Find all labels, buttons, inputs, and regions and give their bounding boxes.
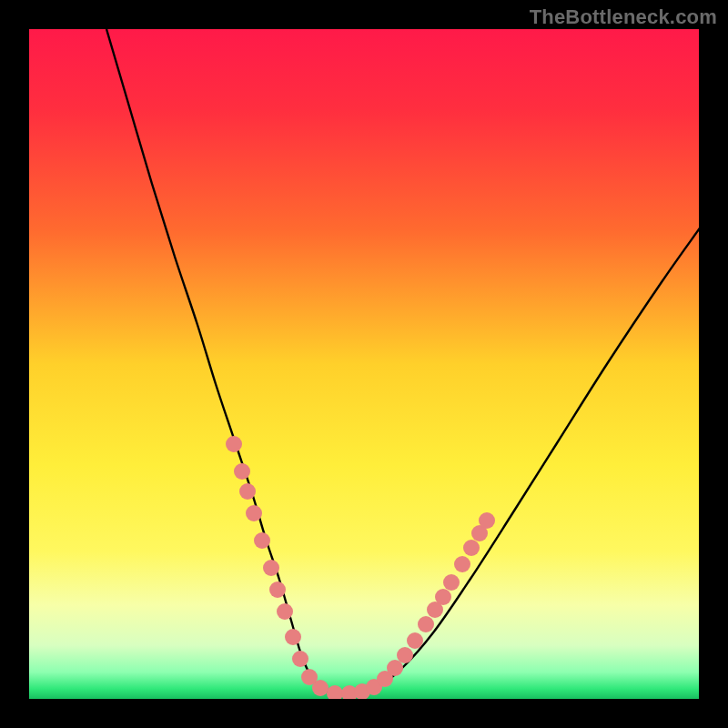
- plot-area: [29, 29, 699, 699]
- marker-dot: [443, 574, 460, 591]
- chart-svg: [29, 29, 699, 699]
- marker-dot: [397, 647, 413, 663]
- attribution-text: TheBottleneck.com: [530, 5, 717, 29]
- marker-dot: [312, 680, 329, 696]
- marker-dot: [479, 512, 495, 529]
- marker-dot: [435, 589, 451, 605]
- marker-dot: [277, 603, 293, 620]
- marker-dot: [292, 651, 308, 667]
- marker-dot: [234, 463, 250, 480]
- gradient-background: [29, 29, 699, 699]
- marker-dot: [285, 629, 301, 645]
- marker-dot: [239, 483, 256, 500]
- marker-dot: [407, 632, 423, 649]
- marker-dot: [263, 560, 279, 576]
- marker-dot: [226, 436, 242, 452]
- marker-dot: [246, 505, 262, 521]
- marker-dot: [454, 556, 470, 572]
- marker-dot: [463, 540, 480, 556]
- marker-dot: [269, 581, 286, 598]
- marker-dot: [254, 532, 270, 549]
- marker-dot: [387, 660, 403, 676]
- marker-dot: [418, 616, 434, 632]
- outer-frame: TheBottleneck.com: [0, 0, 728, 728]
